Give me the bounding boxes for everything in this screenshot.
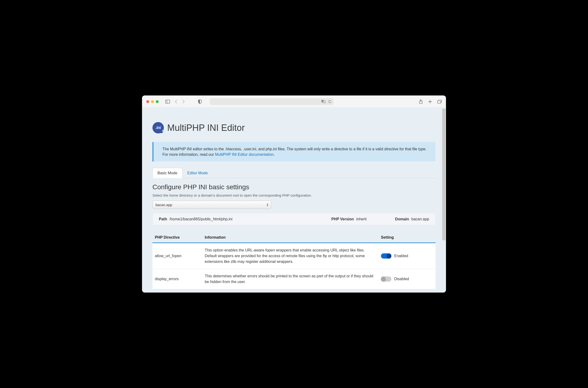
browser-titlebar: A文	[142, 96, 446, 108]
directive-name: display_errors	[152, 269, 202, 289]
privacy-shield-icon[interactable]	[198, 99, 202, 104]
share-icon[interactable]	[419, 99, 423, 104]
meta-version: PHP Version inherit	[331, 217, 367, 221]
banner-text-after: .	[273, 152, 274, 156]
col-header-setting: Setting	[379, 232, 436, 243]
tabs-overview-icon[interactable]	[438, 99, 442, 104]
toggle-knob	[387, 254, 391, 258]
browser-window: A文 .ini	[142, 96, 446, 292]
config-meta-row: Path /home1/bacan865/public_html/php.ini…	[152, 213, 436, 225]
tab-basic-mode[interactable]: Basic Mode	[152, 168, 182, 178]
back-button[interactable]	[175, 99, 178, 104]
svg-rect-10	[438, 101, 441, 103]
svg-text:A: A	[322, 100, 323, 102]
meta-path: Path /home1/bacan865/public_html/php.ini	[159, 217, 232, 221]
meta-domain-value: bacan.app	[411, 217, 429, 221]
meta-path-label: Path	[159, 217, 167, 221]
meta-version-value: inherit	[356, 217, 367, 221]
nav-arrows	[175, 99, 185, 104]
meta-version-label: PHP Version	[331, 217, 354, 221]
meta-domain-label: Domain	[395, 217, 409, 221]
directive-info: This option enables the URL-aware fopen …	[202, 243, 379, 269]
setting-toggle[interactable]	[381, 253, 391, 259]
directive-setting-cell: Enabled	[379, 243, 436, 269]
ini-app-icon: .ini	[152, 122, 164, 133]
ini-icon-text: .ini	[155, 126, 161, 130]
directive-setting-cell: Disabled	[379, 269, 436, 289]
new-tab-icon[interactable]	[428, 99, 432, 104]
select-arrows-icon: ▲▼	[267, 203, 269, 207]
info-banner: The MultiPHP INI editor writes to the .h…	[152, 142, 436, 162]
mode-tabs: Basic Mode Editor Mode	[152, 168, 436, 178]
section-title: Configure PHP INI basic settings	[152, 183, 436, 191]
scrollbar-thumb[interactable]	[442, 108, 445, 241]
directive-name: allow_url_fopen	[152, 243, 202, 269]
translate-icon[interactable]: A文	[321, 100, 326, 103]
toolbar-right	[419, 99, 442, 104]
col-header-information: Information	[202, 232, 379, 243]
table-row: display_errorsThis determines whether er…	[152, 269, 436, 289]
page-title: MultiPHP INI Editor	[167, 123, 245, 133]
close-window-button[interactable]	[146, 100, 149, 103]
page-content: .ini MultiPHP INI Editor The MultiPHP IN…	[142, 108, 446, 292]
vertical-scrollbar[interactable]	[442, 108, 445, 292]
page-header: .ini MultiPHP INI Editor	[152, 122, 436, 133]
meta-path-value: /home1/bacan865/public_html/php.ini	[170, 217, 232, 221]
svg-text:文: 文	[324, 101, 325, 103]
toggle-state-label: Enabled	[394, 254, 408, 258]
directive-info: This determines whether errors should be…	[202, 269, 379, 289]
directives-table: PHP Directive Information Setting allow_…	[152, 232, 436, 289]
col-header-directive: PHP Directive	[152, 232, 202, 243]
table-row: allow_url_fopenThis option enables the U…	[152, 243, 436, 269]
sidebar-toggle-icon[interactable]	[165, 100, 170, 103]
banner-text-before: The MultiPHP INI editor writes to the .h…	[162, 147, 426, 156]
domain-select-value: bacan.app	[156, 203, 172, 207]
meta-domain: Domain bacan.app	[395, 217, 429, 221]
svg-rect-0	[166, 100, 170, 103]
forward-button[interactable]	[182, 99, 185, 104]
domain-select[interactable]: bacan.app ▲▼	[152, 201, 271, 209]
toggle-state-label: Disabled	[394, 277, 409, 281]
reload-icon[interactable]	[328, 100, 332, 103]
window-controls	[146, 100, 159, 103]
toggle-knob	[381, 277, 386, 281]
setting-toggle[interactable]	[381, 276, 391, 282]
documentation-link[interactable]: MultiPHP INI Editor documentation	[215, 152, 273, 156]
minimize-window-button[interactable]	[151, 100, 154, 103]
tab-editor-mode[interactable]: Editor Mode	[182, 168, 213, 178]
section-description: Select the home directory or a domain's …	[152, 193, 436, 197]
scroll-area[interactable]: .ini MultiPHP INI Editor The MultiPHP IN…	[142, 108, 446, 292]
address-bar[interactable]: A文	[210, 98, 333, 105]
maximize-window-button[interactable]	[156, 100, 159, 103]
